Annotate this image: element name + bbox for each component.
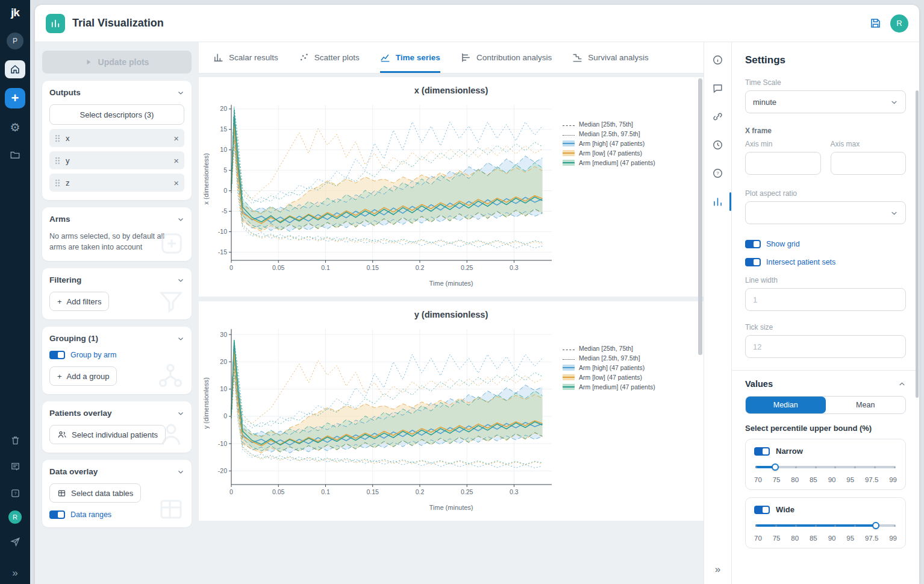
drag-handle-icon[interactable]	[55, 157, 60, 165]
analysis-tabs: Scalar results Scatter plots Time series…	[199, 42, 704, 74]
settings-scrollbar[interactable]	[916, 90, 919, 398]
axis-max-input[interactable]	[831, 152, 907, 175]
select-descriptors-button[interactable]: Select descriptors (3)	[49, 104, 184, 125]
line-width-input[interactable]	[745, 288, 906, 311]
send-nav-item[interactable]	[5, 532, 25, 550]
data-overlay-header[interactable]: Data overlay	[49, 467, 184, 476]
time-scale-select[interactable]: minute	[745, 90, 906, 113]
update-plots-button[interactable]: Update plots	[42, 51, 192, 74]
chevron-up-icon	[898, 380, 906, 388]
svg-text:-5: -5	[222, 207, 227, 215]
support-nav-item[interactable]: ?	[5, 484, 25, 502]
add-filters-button[interactable]: + Add filters	[49, 292, 109, 311]
settings-nav-item[interactable]: ⚙	[5, 118, 25, 136]
select-data-tables-button[interactable]: Select data tables	[49, 483, 141, 503]
wide-toggle[interactable]	[754, 506, 770, 514]
segment-median[interactable]: Median	[746, 397, 826, 413]
slider-scale: 70758085909597.599	[754, 535, 897, 542]
home-nav-item[interactable]	[5, 60, 25, 78]
show-grid-toggle[interactable]	[745, 240, 761, 248]
drag-handle-icon[interactable]	[55, 134, 60, 142]
save-button[interactable]	[869, 17, 882, 30]
group-by-arm-toggle[interactable]	[49, 351, 65, 359]
drag-handle-icon[interactable]	[55, 179, 60, 187]
outputs-section: Outputs Select descriptors (3) x × y ×	[42, 81, 192, 200]
remove-descriptor-button[interactable]: ×	[173, 178, 179, 187]
chevron-down-icon	[177, 410, 184, 417]
create-new-button[interactable]: +	[5, 88, 25, 108]
intersect-patient-sets-toggle[interactable]	[745, 258, 761, 266]
segment-mean[interactable]: Mean	[826, 397, 906, 413]
tab-contribution-analysis[interactable]: Contribution analysis	[461, 42, 552, 73]
tab-scatter-plots[interactable]: Scatter plots	[299, 42, 360, 73]
grouping-watermark-icon	[155, 360, 186, 391]
plus-icon: +	[57, 372, 62, 381]
tab-survival-analysis[interactable]: Survival analysis	[572, 42, 649, 73]
legend-item: Arm [medium] (47 patients)	[563, 383, 667, 391]
group-by-arm-toggle-row[interactable]: Group by arm	[49, 351, 184, 359]
slider-thumb[interactable]	[772, 463, 779, 471]
svg-text:0.1: 0.1	[321, 488, 330, 495]
chevron-down-icon	[177, 335, 184, 342]
tick-size-input[interactable]	[745, 335, 906, 358]
svg-text:0.25: 0.25	[461, 488, 473, 495]
grouping-section-header[interactable]: Grouping (1)	[49, 334, 184, 343]
legend-item: Arm [medium] (47 patients)	[563, 159, 667, 166]
remove-descriptor-button[interactable]: ×	[173, 156, 179, 165]
arms-section-header[interactable]: Arms	[49, 215, 184, 224]
info-tool-button[interactable]	[704, 53, 731, 67]
notes-nav-item[interactable]	[5, 457, 25, 476]
x-frame-label: X frame	[745, 127, 906, 135]
plus-icon: +	[57, 297, 62, 306]
data-ranges-toggle[interactable]	[49, 510, 65, 519]
chart-title: x (dimensionless)	[202, 86, 700, 95]
select-individual-patients-button[interactable]: Select individual patients	[49, 425, 166, 444]
narrow-toggle[interactable]	[754, 447, 770, 456]
link-tool-button[interactable]	[704, 110, 731, 124]
descriptor-row[interactable]: x ×	[49, 129, 184, 147]
main-scrollbar[interactable]	[698, 77, 702, 580]
svg-text:?: ?	[716, 171, 719, 176]
help-tool-button[interactable]: ?	[704, 166, 731, 180]
y-axis-label: x (dimensionless)	[202, 153, 210, 205]
show-grid-toggle-row[interactable]: Show grid	[745, 240, 906, 248]
comments-tool-button[interactable]	[704, 81, 731, 95]
patients-overlay-header[interactable]: Patients overlay	[49, 409, 184, 418]
svg-text:-10: -10	[218, 440, 227, 447]
values-section-header[interactable]: Values	[745, 371, 906, 396]
tab-time-series[interactable]: Time series	[380, 42, 440, 73]
legend-item: Median [25th, 75th]	[563, 121, 667, 128]
legend-item: Median [25th, 75th]	[563, 345, 667, 352]
plot-settings-tool-button[interactable]	[704, 195, 731, 209]
legend-item: Arm [high] (47 patients)	[563, 140, 667, 147]
descriptor-row[interactable]: z ×	[49, 174, 184, 192]
outputs-section-header[interactable]: Outputs	[49, 88, 184, 97]
slider-thumb[interactable]	[872, 522, 879, 529]
data-ranges-toggle-row[interactable]: Data ranges	[49, 510, 184, 519]
aspect-ratio-select[interactable]	[745, 201, 906, 224]
add-group-button[interactable]: + Add a group	[49, 366, 117, 386]
link-icon	[712, 111, 723, 122]
user-avatar[interactable]: R	[890, 14, 908, 33]
svg-text:10: 10	[220, 146, 227, 153]
table-watermark-icon	[157, 495, 186, 524]
collapse-rail-button[interactable]: »	[12, 567, 17, 579]
narrow-slider[interactable]	[754, 463, 897, 471]
wide-slider[interactable]	[754, 521, 897, 530]
legend-item: Arm [low] (47 patients)	[563, 149, 667, 157]
descriptor-row[interactable]: y ×	[49, 151, 184, 169]
collapse-settings-button[interactable]: »	[715, 564, 720, 576]
filtering-section-header[interactable]: Filtering	[49, 275, 184, 284]
legend-item: Arm [high] (47 patients)	[563, 364, 667, 371]
intersect-toggle-row[interactable]: Intersect patient sets	[745, 258, 906, 266]
svg-text:0.05: 0.05	[272, 488, 285, 495]
rail-avatar[interactable]: P	[7, 33, 23, 49]
history-tool-button[interactable]	[704, 138, 731, 152]
remove-descriptor-button[interactable]: ×	[173, 134, 179, 143]
projects-nav-item[interactable]	[5, 146, 25, 164]
legend-item: Median [2.5th, 97.5th]	[563, 354, 667, 362]
tab-scalar-results[interactable]: Scalar results	[213, 42, 278, 73]
axis-min-input[interactable]	[745, 152, 821, 175]
rail-bottom-avatar[interactable]: R	[8, 510, 22, 524]
trash-nav-item[interactable]	[5, 431, 25, 449]
